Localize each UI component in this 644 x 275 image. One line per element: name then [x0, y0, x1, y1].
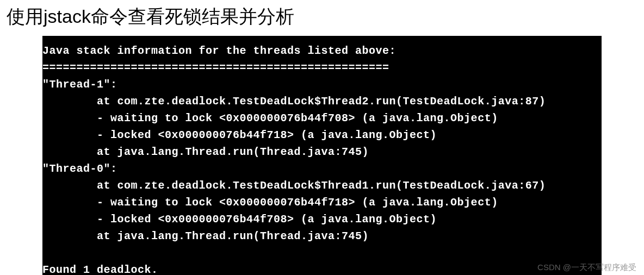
terminal-line: "Thread-0":	[42, 162, 117, 175]
terminal-line: - waiting to lock <0x000000076b44f708> (…	[42, 112, 498, 124]
terminal-line: Java stack information for the threads l…	[42, 45, 396, 57]
terminal-line: at java.lang.Thread.run(Thread.java:745)	[42, 230, 369, 242]
terminal-line: - locked <0x000000076b44f718> (a java.la…	[42, 129, 437, 141]
terminal-line: - locked <0x000000076b44f708> (a java.la…	[42, 213, 437, 226]
terminal-line: at com.zte.deadlock.TestDeadLock$Thread2…	[42, 95, 546, 108]
terminal-line: at java.lang.Thread.run(Thread.java:745)	[42, 146, 369, 158]
terminal-line: Found 1 deadlock.	[42, 264, 158, 275]
page-title: 使用jstack命令查看死锁结果并分析	[0, 0, 644, 36]
terminal-output: Java stack information for the threads l…	[42, 36, 602, 275]
terminal-line: - waiting to lock <0x000000076b44f718> (…	[42, 196, 498, 209]
terminal-line: at com.zte.deadlock.TestDeadLock$Thread1…	[42, 179, 546, 192]
watermark: CSDN @一天不写程序难受	[537, 262, 636, 273]
terminal-line: "Thread-1":	[42, 78, 117, 91]
terminal-line: ========================================…	[42, 61, 389, 74]
